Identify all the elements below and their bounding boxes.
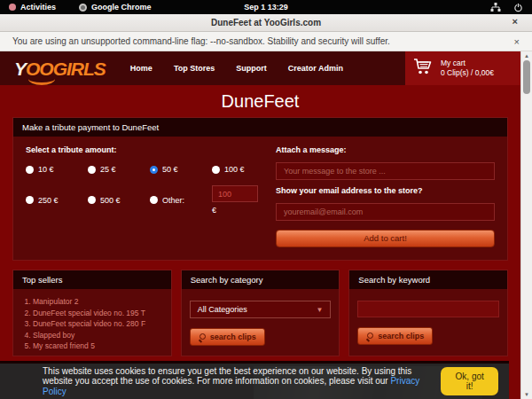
page-title: DuneFeet [0, 85, 520, 117]
tribute-option-250[interactable]: 250 € [26, 185, 88, 215]
tribute-radio-6[interactable] [150, 196, 158, 204]
top-seller-item[interactable]: DuneFeet special video no. 280 F [33, 318, 171, 330]
search-category-header: Search by category [182, 270, 340, 289]
cookie-accept-button[interactable]: Ok, got it! [441, 367, 498, 395]
search-category-panel: Search by category All Categories ▼ sear… [181, 270, 340, 356]
cart-count: 0 Clip(s) / 0,00€ [441, 68, 494, 78]
tribute-panel-header: Make a tribute payment to DuneFeet [13, 118, 507, 137]
main-nav: Home Top Stores Support Creator Admin [130, 64, 343, 73]
window-close-icon[interactable]: × [512, 16, 518, 27]
nav-item-home[interactable]: Home [130, 64, 153, 73]
tribute-option-other[interactable]: Other: [150, 185, 212, 215]
keyword-input[interactable] [357, 301, 499, 317]
currency-symbol: € [212, 206, 263, 215]
tribute-radio-2[interactable] [150, 166, 158, 174]
top-seller-item[interactable]: Slapped boy [33, 330, 171, 341]
top-sellers-list: Manipulator 2 DuneFeet special video no.… [20, 296, 171, 352]
search-keyword-header: Search by keyword [349, 270, 507, 289]
site-header: YOOGIRLS Home Top Stores Support Creator… [0, 51, 520, 85]
top-sellers-panel: Top sellers Manipulator 2 DuneFeet speci… [12, 270, 172, 356]
network-icon[interactable] [490, 3, 501, 12]
page-scrollbar[interactable]: ▲ ▼ [520, 51, 532, 399]
chrome-icon [79, 4, 87, 12]
warning-close-icon[interactable]: × [514, 36, 520, 47]
scrollbar-up-icon[interactable]: ▲ [521, 53, 532, 59]
site-logo[interactable]: YOOGIRLS [14, 59, 106, 78]
nav-item-support[interactable]: Support [236, 64, 267, 73]
other-amount-input[interactable] [212, 185, 258, 202]
category-selected-value: All Categories [198, 305, 247, 314]
nav-item-creator-admin[interactable]: Creator Admin [288, 64, 343, 73]
browser-viewport: YOOGIRLS Home Top Stores Support Creator… [0, 51, 532, 399]
logo-smile-arc [28, 73, 55, 85]
desktop-screen: Activities Google Chrome Sep 1 13:29 Dun… [0, 0, 532, 399]
tribute-radio-4[interactable] [26, 196, 34, 204]
activities-label: Activities [20, 3, 56, 12]
warning-bar: You are using an unsupported command-lin… [0, 32, 532, 51]
scrollbar-thumb[interactable] [523, 60, 530, 94]
top-seller-item[interactable]: My scared friend 5 [33, 340, 171, 352]
tribute-amount-options: 10 € 25 € 50 € [26, 165, 263, 215]
amount-label: Select a tribute amount: [26, 145, 263, 154]
tribute-radio-5[interactable] [88, 196, 96, 204]
scrollbar-down-icon[interactable]: ▼ [521, 392, 532, 397]
nav-item-top-stores[interactable]: Top Stores [174, 64, 215, 73]
app-menu-button[interactable]: Google Chrome [79, 3, 152, 12]
category-select[interactable]: All Categories ▼ [190, 301, 332, 318]
tribute-radio-1[interactable] [88, 166, 96, 174]
window-title-bar[interactable]: DuneFeet at YooGirls.com × [0, 14, 532, 32]
top-seller-item[interactable]: DuneFeet special video no. 195 T [33, 308, 171, 319]
tribute-option-500[interactable]: 500 € [88, 185, 150, 215]
power-icon[interactable] [513, 3, 523, 12]
add-to-cart-button[interactable]: Add to cart! [276, 230, 495, 247]
message-input[interactable] [276, 162, 495, 180]
system-top-bar: Activities Google Chrome Sep 1 13:29 [0, 0, 532, 14]
chevron-down-icon: ▼ [316, 306, 323, 314]
tribute-option-100[interactable]: 100 € [212, 165, 263, 174]
web-page: YOOGIRLS Home Top Stores Support Creator… [0, 51, 520, 399]
top-seller-item[interactable]: Manipulator 2 [33, 296, 171, 308]
activities-icon [9, 4, 16, 11]
search-icon [199, 333, 206, 340]
tribute-radio-3[interactable] [212, 166, 220, 174]
my-cart-button[interactable]: My cart 0 Clip(s) / 0,00€ [405, 51, 520, 85]
top-sellers-header: Top sellers [13, 270, 171, 289]
email-input[interactable] [276, 203, 495, 221]
cart-label: My cart [441, 59, 494, 68]
search-icon [366, 332, 373, 340]
tribute-option-50[interactable]: 50 € [150, 165, 212, 174]
cookie-text: This website uses cookies to ensure you … [43, 366, 441, 397]
email-label: Show your email address to the store? [276, 186, 495, 195]
tribute-option-10[interactable]: 10 € [26, 165, 88, 174]
tribute-option-25[interactable]: 25 € [88, 165, 150, 174]
search-clips-category-button[interactable]: search clips [190, 328, 265, 346]
window-title: DuneFeet at YooGirls.com [211, 18, 321, 27]
tribute-panel: Make a tribute payment to DuneFeet Selec… [12, 117, 508, 261]
search-clips-keyword-button[interactable]: search clips [357, 327, 433, 345]
message-label: Attach a message: [276, 145, 495, 154]
cookie-consent-bar: This website uses cookies to ensure you … [0, 364, 509, 399]
tribute-radio-0[interactable] [26, 166, 34, 174]
activities-button[interactable]: Activities [9, 3, 56, 12]
search-keyword-panel: Search by keyword search clips [348, 270, 508, 356]
app-menu-label: Google Chrome [91, 3, 152, 12]
warning-text: You are using an unsupported command-lin… [12, 36, 390, 46]
cart-icon [412, 57, 434, 80]
